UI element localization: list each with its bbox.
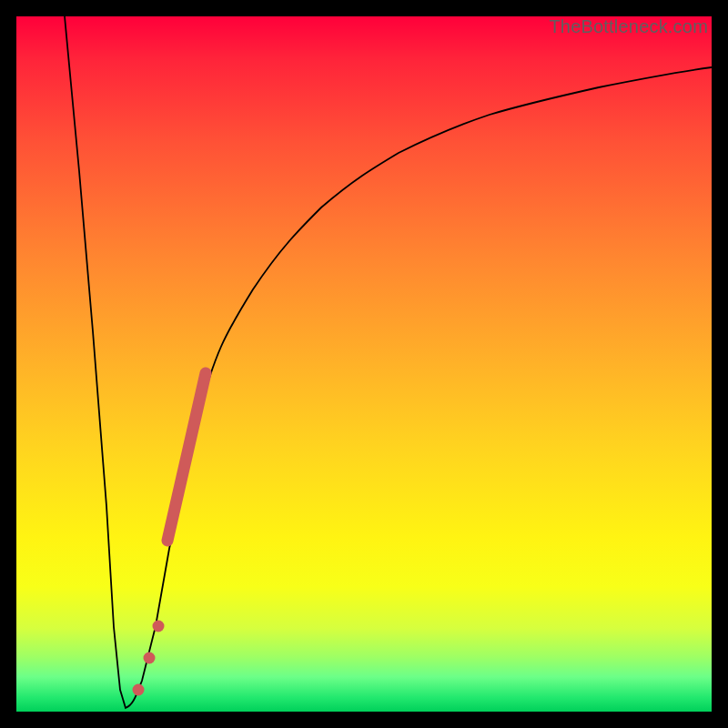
chart-frame: TheBottleneck.com (0, 0, 728, 728)
bottleneck-curve (65, 16, 712, 708)
highlight-dot-1 (133, 684, 145, 696)
plot-area: TheBottleneck.com (16, 16, 712, 712)
highlight-dot-3 (153, 621, 165, 632)
highlight-dot-2 (144, 652, 156, 664)
highlight-segment (167, 373, 206, 541)
curve-layer (16, 16, 712, 712)
